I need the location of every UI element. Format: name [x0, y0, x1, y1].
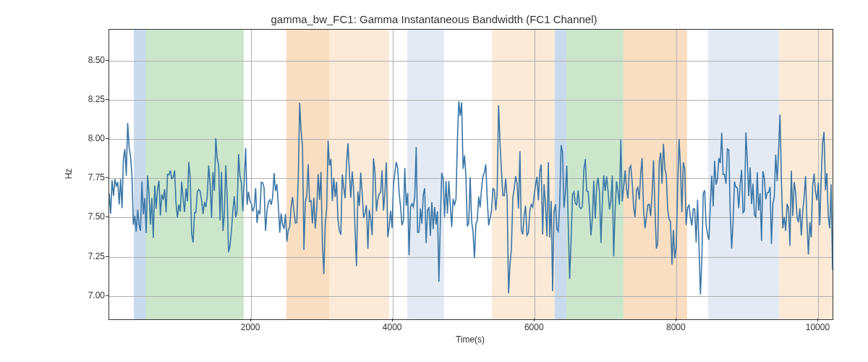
y-tick-label: 7.00	[76, 290, 105, 300]
x-tick-label: 2000	[241, 322, 260, 332]
x-tick-label: 8000	[666, 322, 686, 332]
y-tick-label: 8.00	[76, 133, 105, 143]
x-tick-label: 6000	[524, 322, 544, 332]
y-tick-label: 7.25	[76, 251, 105, 261]
tick-mark	[106, 99, 109, 100]
data-line	[109, 30, 833, 319]
y-tick-label: 8.50	[76, 55, 105, 65]
y-tick-label: 7.50	[76, 211, 105, 222]
plot-area	[109, 29, 833, 320]
tick-mark	[106, 60, 109, 61]
tick-mark	[676, 319, 676, 321]
tick-mark	[106, 138, 109, 139]
chart-title: gamma_bw_FC1: Gamma Instantaneous Bandwi…	[0, 13, 868, 25]
tick-mark	[250, 319, 251, 321]
tick-mark	[392, 319, 393, 321]
tick-mark	[106, 295, 109, 296]
x-axis-label: Time(s)	[456, 334, 485, 345]
tick-mark	[534, 319, 535, 321]
tick-mark	[106, 216, 109, 217]
chart-container: gamma_bw_FC1: Gamma Instantaneous Bandwi…	[0, 0, 868, 362]
x-tick-label: 4000	[383, 322, 402, 332]
tick-mark	[817, 319, 818, 321]
tick-mark	[106, 256, 109, 257]
y-tick-label: 8.25	[76, 94, 105, 104]
x-tick-label: 10000	[806, 322, 830, 332]
y-tick-label: 7.75	[76, 172, 105, 182]
y-axis-label: Hz	[64, 169, 74, 180]
tick-mark	[106, 177, 109, 178]
